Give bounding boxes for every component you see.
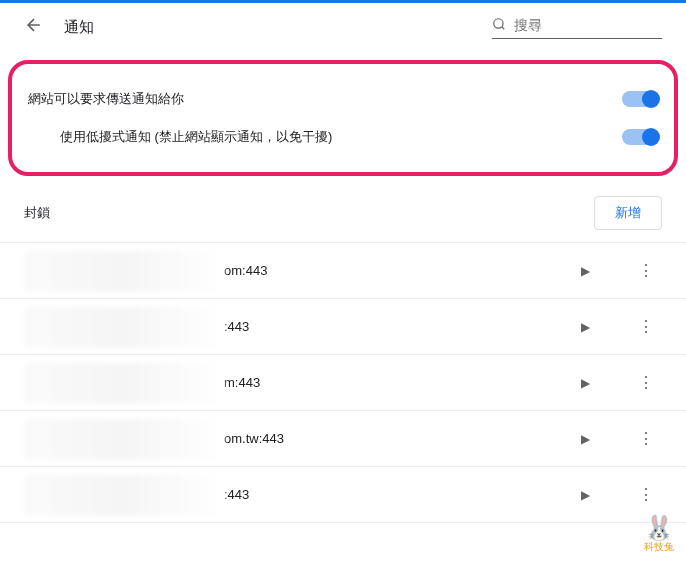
site-blurred (24, 475, 224, 515)
site-blurred (24, 419, 224, 459)
svg-point-0 (494, 18, 503, 27)
search-box[interactable] (492, 17, 662, 39)
chevron-right-icon[interactable]: ▶ (573, 480, 598, 510)
site-row[interactable]: m:443 ▶ ⋮ (0, 355, 686, 411)
main-toggle-label: 網站可以要求傳送通知給你 (28, 90, 184, 108)
blocked-site-list: om:443 ▶ ⋮ :443 ▶ ⋮ m:443 ▶ ⋮ om.tw:443 … (0, 242, 686, 523)
search-icon (492, 17, 506, 34)
add-button[interactable]: 新增 (594, 196, 662, 230)
site-url: om.tw:443 (224, 431, 284, 446)
bunny-icon: 🐰 (644, 516, 674, 540)
site-blurred (24, 307, 224, 347)
more-icon[interactable]: ⋮ (630, 365, 662, 400)
site-row[interactable]: om.tw:443 ▶ ⋮ (0, 411, 686, 467)
sub-toggle-label: 使用低擾式通知 (禁止網站顯示通知，以免干擾) (60, 128, 332, 146)
site-row[interactable]: :443 ▶ ⋮ (0, 299, 686, 355)
settings-highlight: 網站可以要求傳送通知給你 使用低擾式通知 (禁止網站顯示通知，以免干擾) (8, 60, 678, 176)
more-icon[interactable]: ⋮ (630, 477, 662, 512)
back-button[interactable] (24, 15, 44, 40)
page-title: 通知 (64, 18, 472, 37)
chevron-right-icon[interactable]: ▶ (573, 312, 598, 342)
site-url: m:443 (224, 375, 260, 390)
more-icon[interactable]: ⋮ (630, 253, 662, 288)
site-row[interactable]: :443 ▶ ⋮ (0, 467, 686, 523)
corner-logo-text: 科技兔 (644, 540, 674, 554)
chevron-right-icon[interactable]: ▶ (573, 256, 598, 286)
more-icon[interactable]: ⋮ (630, 309, 662, 344)
chevron-right-icon[interactable]: ▶ (573, 424, 598, 454)
quiet-notifications-toggle[interactable] (622, 129, 658, 145)
blocked-section-title: 封鎖 (24, 204, 50, 222)
site-row[interactable]: om:443 ▶ ⋮ (0, 243, 686, 299)
chevron-right-icon[interactable]: ▶ (573, 368, 598, 398)
site-url: :443 (224, 487, 249, 502)
site-url: :443 (224, 319, 249, 334)
search-input[interactable] (514, 17, 662, 33)
site-blurred (24, 251, 224, 291)
site-blurred (24, 363, 224, 403)
sites-request-toggle[interactable] (622, 91, 658, 107)
corner-logo: 🐰 科技兔 (644, 516, 674, 554)
more-icon[interactable]: ⋮ (630, 421, 662, 456)
site-url: om:443 (224, 263, 267, 278)
